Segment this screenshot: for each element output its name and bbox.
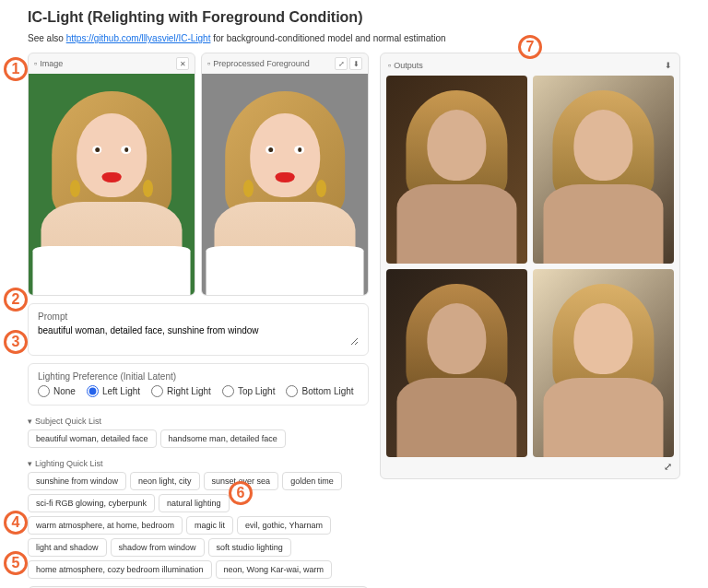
lighting-chip[interactable]: golden time [282, 472, 342, 490]
download-all-button[interactable]: ⬇ [665, 61, 672, 70]
preprocessed-image[interactable] [202, 74, 368, 295]
lighting-quick-header[interactable]: ▾Lighting Quick List [28, 455, 369, 472]
download-icon[interactable]: ⬇ [349, 57, 362, 70]
subtitle-prefix: See also [28, 33, 66, 43]
lighting-chip[interactable]: soft studio lighting [208, 538, 291, 557]
lighting-chip[interactable]: home atmosphere, cozy bedroom illuminati… [28, 560, 212, 579]
annotation-5: 5 [4, 551, 28, 575]
preprocessed-label: Preprocessed Foreground [213, 59, 310, 68]
input-image[interactable] [29, 74, 195, 295]
prompt-input[interactable]: beautiful woman, detailed face, sunshine… [38, 325, 359, 346]
lighting-option[interactable]: Bottom Light [286, 385, 353, 397]
lighting-option[interactable]: None [38, 385, 76, 397]
lighting-option[interactable]: Right Light [151, 385, 211, 397]
output-image[interactable] [386, 76, 527, 264]
lighting-chip[interactable]: evil, gothic, Yharnam [237, 516, 331, 535]
chevron-down-icon: ▾ [28, 417, 32, 426]
lighting-option[interactable]: Top Light [222, 385, 276, 397]
lighting-chip[interactable]: sunset over sea [204, 472, 279, 490]
lighting-chip[interactable]: natural lighting [159, 494, 230, 512]
page-title: IC-Light (Relighting with Foreground Con… [28, 9, 680, 26]
output-image[interactable] [533, 269, 674, 457]
fullscreen-icon[interactable]: ⤢ [664, 461, 672, 473]
subtitle-suffix: for background-conditioned model and nor… [213, 33, 445, 43]
expand-icon[interactable]: ⤢ [335, 57, 348, 70]
subject-quick-header[interactable]: ▾Subject Quick List [28, 413, 369, 429]
subtitle: See also https://github.com/lllyasviel/I… [28, 33, 680, 43]
image-icon: ▫ [207, 59, 210, 68]
lighting-label: Lighting Preference (Initial Latent) [38, 371, 359, 382]
subject-quick-label: Subject Quick List [35, 417, 101, 426]
prompt-label: Prompt [38, 312, 359, 322]
lighting-option[interactable]: Left Light [87, 385, 140, 397]
outputs-panel: ▫ Outputs ⬇ ⤢ [380, 53, 680, 479]
output-image[interactable] [386, 269, 527, 457]
lighting-chip[interactable]: sci-fi RGB glowing, cyberpunk [28, 494, 155, 512]
lighting-chip[interactable]: magic lit [186, 516, 233, 535]
input-image-panel: ▫ Image ✕ [28, 53, 195, 296]
prompt-section: Prompt beautiful woman, detailed face, s… [28, 303, 369, 356]
subject-chip[interactable]: beautiful woman, detailed face [28, 429, 157, 448]
preprocessed-panel: ▫ Preprocessed Foreground ⤢ ⬇ [201, 53, 369, 296]
annotation-3: 3 [4, 330, 28, 354]
lighting-chip[interactable]: light and shadow [28, 538, 107, 557]
subject-chip[interactable]: handsome man, detailed face [160, 429, 286, 448]
annotation-4: 4 [4, 511, 28, 535]
lighting-chip[interactable]: neon, Wong Kar-wai, warm [216, 560, 332, 579]
chevron-down-icon: ▾ [28, 459, 32, 468]
lighting-chip[interactable]: shadow from window [111, 538, 205, 557]
lighting-quick-label: Lighting Quick List [35, 459, 103, 468]
github-link[interactable]: https://github.com/lllyasviel/IC-Light [66, 33, 211, 43]
annotation-1: 1 [4, 57, 28, 81]
lighting-chip[interactable]: warm atmosphere, at home, bedroom [28, 516, 183, 535]
output-image[interactable] [533, 76, 674, 264]
clear-image-button[interactable]: ✕ [176, 57, 189, 70]
lighting-chip[interactable]: neon light, city [130, 472, 200, 490]
lighting-chip[interactable]: sunshine from window [28, 472, 126, 490]
lighting-section: Lighting Preference (Initial Latent) Non… [28, 363, 369, 406]
image-icon: ▫ [388, 61, 391, 70]
image-label: Image [40, 59, 63, 68]
annotation-2: 2 [4, 288, 28, 312]
outputs-label: Outputs [394, 61, 423, 70]
image-icon: ▫ [34, 59, 37, 68]
